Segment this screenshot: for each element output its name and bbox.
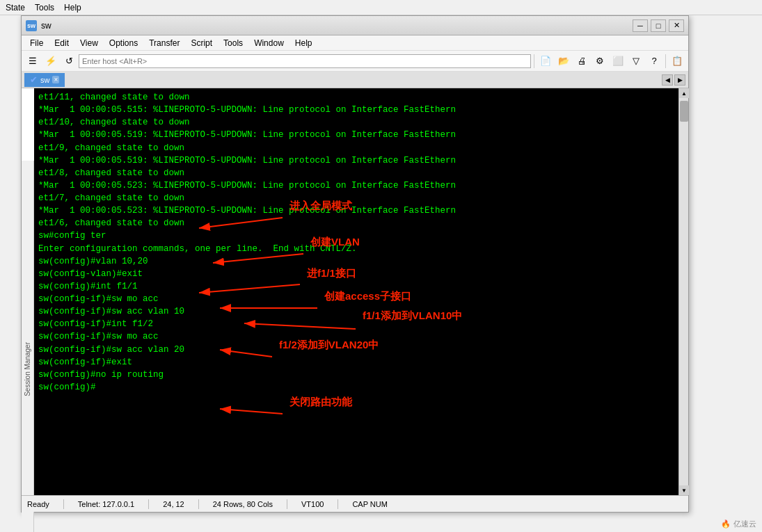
terminal-line: sw(config)# <box>38 381 674 394</box>
status-bar: Ready Telnet: 127.0.0.1 24, 12 24 Rows, … <box>22 495 688 512</box>
terminal-line: sw(config-if)#int f1/2 <box>38 318 674 330</box>
status-protocol: Telnet: 127.0.0.1 <box>78 500 134 508</box>
terminal-line: et1/11, changed state to down <box>38 91 674 104</box>
watermark-icon: 🔥 <box>721 519 731 529</box>
maximize-button[interactable]: □ <box>651 19 666 32</box>
window-title: sw <box>41 21 51 31</box>
outer-state[interactable]: State <box>6 3 25 13</box>
terminal-line: sw(config)#no ip routing <box>38 369 674 381</box>
menu-transfer[interactable]: Transfer <box>143 37 185 49</box>
watermark-text: 亿速云 <box>733 519 756 529</box>
status-sep-1 <box>63 499 64 509</box>
tab-navigation: ◀ ▶ <box>662 74 685 86</box>
toolbar-btn-square[interactable]: ⬜ <box>610 54 626 69</box>
minimize-button[interactable]: ─ <box>633 19 648 32</box>
vertical-scrollbar[interactable]: ▲ ▼ <box>678 88 688 495</box>
scroll-up-btn[interactable]: ▲ <box>679 88 689 98</box>
terminal-line: *Mar 1 00:00:05.523: %LINEPROTO-5-UPDOWN… <box>38 204 674 217</box>
status-ready: Ready <box>27 500 49 508</box>
terminal-line: *Mar 1 00:00:05.519: %LINEPROTO-5-UPDOWN… <box>38 129 674 141</box>
title-bar-controls: ─ □ ✕ <box>633 19 684 32</box>
menu-edit[interactable]: Edit <box>49 37 74 49</box>
status-sep-5 <box>338 499 338 509</box>
terminal-line: sw(config)#vlan 10,20 <box>38 255 674 268</box>
terminal-line: *Mar 1 00:00:05.519: %LINEPROTO-5-UPDOWN… <box>38 154 674 167</box>
status-caps: CAP NUM <box>352 500 388 508</box>
terminal-line: sw(config-if)#sw mo acc <box>38 330 674 343</box>
status-sep-2 <box>148 499 149 509</box>
tab-sw[interactable]: ✔ sw × <box>24 73 65 87</box>
menu-help[interactable]: Help <box>289 37 318 49</box>
terminal-line: et1/9, changed state to down <box>38 142 674 154</box>
toolbar-separator-2 <box>665 54 666 68</box>
outer-help[interactable]: Help <box>64 3 81 13</box>
terminal-line: sw(config-if)#sw acc vlan 20 <box>38 344 674 356</box>
terminal-line: sw(config-if)#sw acc vlan 10 <box>38 305 674 318</box>
close-button[interactable]: ✕ <box>669 19 684 32</box>
toolbar-btn-new[interactable]: 📄 <box>537 54 554 69</box>
title-bar-left: sw sw <box>26 20 51 31</box>
status-dimensions: 24 Rows, 80 Cols <box>213 500 273 508</box>
toolbar-btn-open[interactable]: 📂 <box>555 54 572 69</box>
address-input[interactable] <box>79 54 531 68</box>
window-icon: sw <box>26 20 37 31</box>
status-cursor: 24, 12 <box>163 500 184 508</box>
menu-script[interactable]: Script <box>185 37 218 49</box>
scroll-down-btn[interactable]: ▼ <box>679 485 689 495</box>
session-panel: Session Manager <box>22 161 34 532</box>
status-sep-4 <box>287 499 287 509</box>
tab-bar: ✔ sw × ◀ ▶ <box>22 72 688 88</box>
tab-label: sw <box>40 76 49 84</box>
toolbar-btn-lightning[interactable]: ⚡ <box>42 54 59 69</box>
terminal-line: *Mar 1 00:00:05.523: %LINEPROTO-5-UPDOWN… <box>38 179 674 192</box>
toolbar-btn-down[interactable]: ▽ <box>628 54 644 69</box>
menu-window[interactable]: Window <box>248 37 289 49</box>
tab-prev-btn[interactable]: ◀ <box>662 74 673 86</box>
status-sep-3 <box>198 499 199 509</box>
outer-desktop-bar: State Tools Help <box>0 0 762 15</box>
terminal-line: et1/6, changed state to down <box>38 217 674 229</box>
menu-options[interactable]: Options <box>104 37 143 49</box>
toolbar-separator-1 <box>534 54 534 68</box>
terminal-output[interactable]: et1/11, changed state to down*Mar 1 00:0… <box>34 88 678 495</box>
terminal-line: sw(config-if)#exit <box>38 356 674 369</box>
toolbar-btn-0[interactable]: ☰ <box>24 54 41 69</box>
session-manager-label: Session Manager <box>24 342 31 396</box>
toolbar-btn-help[interactable]: ? <box>646 54 662 69</box>
terminal-line: sw#config ter <box>38 229 674 242</box>
scroll-thumb[interactable] <box>680 101 688 122</box>
terminal-line: sw(config-if)#sw mo acc <box>38 293 674 305</box>
terminal-line: et1/8, changed state to down <box>38 167 674 179</box>
tab-next-btn[interactable]: ▶ <box>674 74 685 86</box>
toolbar: ☰ ⚡ ↺ 📄 📂 🖨 ⚙ ⬜ ▽ ? 📋 <box>22 51 688 72</box>
terminal-line: *Mar 1 00:00:05.515: %LINEPROTO-5-UPDOWN… <box>38 104 674 116</box>
status-terminal-type: VT100 <box>301 500 324 508</box>
terminal-line: sw(config-vlan)#exit <box>38 268 674 280</box>
toolbar-btn-settings[interactable]: ⚙ <box>592 54 608 69</box>
toolbar-btn-print[interactable]: 🖨 <box>573 54 590 69</box>
watermark: 🔥 亿速云 <box>721 519 756 529</box>
terminal-wrapper: Session Manager et1/11, changed state to… <box>22 88 688 495</box>
terminal-line: et1/10, changed state to down <box>38 116 674 129</box>
menu-file[interactable]: File <box>24 37 49 49</box>
tab-close-btn[interactable]: × <box>52 76 59 83</box>
menu-view[interactable]: View <box>74 37 104 49</box>
menu-tools[interactable]: Tools <box>218 37 248 49</box>
title-bar: sw sw ─ □ ✕ <box>22 16 688 35</box>
terminal-line: et1/7, changed state to down <box>38 192 674 204</box>
outer-tools[interactable]: Tools <box>35 3 54 13</box>
toolbar-btn-clipboard[interactable]: 📋 <box>669 54 685 69</box>
terminal-line: Enter configuration commands, one per li… <box>38 243 674 255</box>
menu-bar: File Edit View Options Transfer Script T… <box>22 35 688 51</box>
toolbar-btn-refresh[interactable]: ↺ <box>61 54 77 69</box>
terminal-line: sw(config)#int f1/1 <box>38 280 674 293</box>
main-window: sw sw ─ □ ✕ File Edit View Options Trans… <box>21 15 689 513</box>
